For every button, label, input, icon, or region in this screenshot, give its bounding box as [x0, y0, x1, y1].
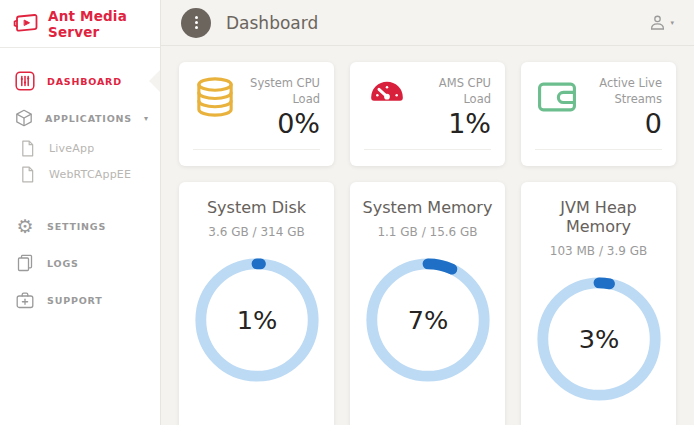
stat-value: 1%: [409, 108, 491, 139]
gauge-icon: [364, 75, 409, 115]
sidebar-item-label: SETTINGS: [47, 221, 106, 232]
stat-label: AMS CPU Load: [409, 75, 491, 107]
gauge-detail: 103 MB / 3.9 GB: [529, 244, 668, 258]
donut-chart: 7%: [358, 251, 497, 393]
gauge-detail: 3.6 GB / 314 GB: [187, 225, 326, 239]
gauge-title: System Disk: [187, 198, 326, 217]
kebab-menu-icon[interactable]: [181, 8, 211, 38]
donut-chart: 3%: [529, 270, 668, 412]
gauge-percent: 3%: [578, 324, 619, 354]
sidebar-item-label: SUPPORT: [47, 295, 103, 306]
divider: [193, 149, 320, 160]
sidebar-item-applications[interactable]: APPLICATIONS ▾: [0, 101, 160, 135]
file-icon: [17, 140, 37, 157]
sidebar-item-settings[interactable]: ⚙ SETTINGS: [0, 209, 160, 243]
sidebar-item-dashboard[interactable]: DASHBOARD: [0, 64, 160, 98]
gauge-card-jvm-heap-memory: JVM Heap Memory 103 MB / 3.9 GB 3%: [521, 182, 676, 425]
sidebar-item-logs[interactable]: LOGS: [0, 246, 160, 280]
user-icon: [647, 13, 667, 32]
wallet-icon: [535, 75, 579, 119]
stat-card-ams-cpu-load: AMS CPU Load 1%: [350, 62, 505, 166]
chevron-down-icon: ▾: [144, 114, 148, 123]
file-icon: [17, 166, 37, 183]
sidebar-item-label: LiveApp: [49, 142, 94, 155]
chevron-down-icon: ▾: [670, 19, 674, 27]
logo-text: Ant Media Server: [48, 8, 150, 40]
gauge-percent: 7%: [407, 305, 448, 335]
gauge-title: JVM Heap Memory: [529, 198, 668, 236]
gauge-card-system-memory: System Memory 1.1 GB / 15.6 GB 7%: [350, 182, 505, 425]
sidebar-item-label: APPLICATIONS: [45, 113, 132, 124]
stat-value: 0%: [237, 108, 320, 139]
dashboard-icon: [15, 71, 35, 91]
logs-icon: [15, 254, 35, 272]
stats-row: System CPU Load 0%: [179, 62, 676, 166]
sidebar-item-liveapp[interactable]: LiveApp: [0, 135, 160, 161]
gauges-row: System Disk 3.6 GB / 314 GB 1% System Me…: [179, 182, 676, 425]
dashboard-content: System CPU Load 0%: [161, 46, 694, 425]
sidebar-item-label: DASHBOARD: [47, 76, 122, 87]
user-menu[interactable]: ▾: [647, 13, 674, 32]
support-icon: [15, 291, 35, 309]
applications-icon: [15, 109, 33, 127]
stat-label: System CPU Load: [237, 75, 320, 107]
stat-card-active-live-streams: Active Live Streams 0: [521, 62, 676, 166]
ant-media-logo-icon: [12, 12, 40, 36]
sidebar-item-support[interactable]: SUPPORT: [0, 283, 160, 317]
logo[interactable]: Ant Media Server: [0, 0, 160, 48]
gauge-detail: 1.1 GB / 15.6 GB: [358, 225, 497, 239]
main-area: Dashboard ▾: [160, 0, 694, 425]
sidebar-nav: DASHBOARD APPLICATIONS ▾: [0, 48, 160, 317]
sidebar-item-webrtcappee[interactable]: WebRTCAppEE: [0, 161, 160, 187]
gauge-title: System Memory: [358, 198, 497, 217]
sidebar-item-label: WebRTCAppEE: [49, 168, 131, 181]
stat-value: 0: [579, 108, 662, 139]
gauge-percent: 1%: [236, 305, 277, 335]
app-window: Ant Media Server DASHBOARD: [0, 0, 694, 425]
database-icon: [193, 75, 237, 119]
sidebar-item-label: LOGS: [47, 258, 79, 269]
divider: [535, 149, 662, 160]
donut-chart: 1%: [187, 251, 326, 393]
page-title: Dashboard: [226, 13, 318, 33]
stat-card-system-cpu-load: System CPU Load 0%: [179, 62, 334, 166]
stat-label: Active Live Streams: [579, 75, 662, 107]
sidebar: Ant Media Server DASHBOARD: [0, 0, 160, 425]
gauge-card-system-disk: System Disk 3.6 GB / 314 GB 1%: [179, 182, 334, 425]
top-header: Dashboard ▾: [161, 0, 694, 46]
gear-icon: ⚙: [15, 217, 35, 236]
divider: [364, 149, 491, 160]
